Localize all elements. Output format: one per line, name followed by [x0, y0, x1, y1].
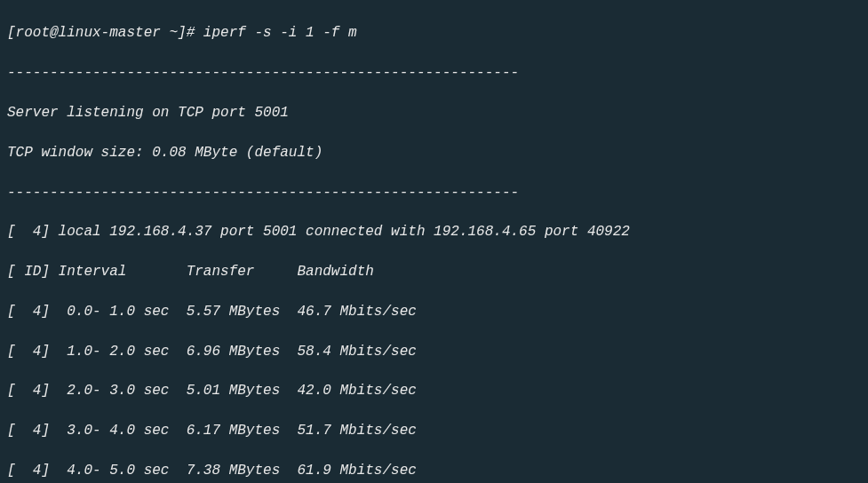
shell-prompt: [root@linux-master ~]#	[7, 25, 203, 41]
terminal-output[interactable]: [root@linux-master ~]# iperf -s -i 1 -f …	[0, 0, 868, 483]
data-row: [ 4] 2.0- 3.0 sec 5.01 MBytes 42.0 Mbits…	[7, 381, 861, 400]
data-row: [ 4] 0.0- 1.0 sec 5.57 MBytes 46.7 Mbits…	[7, 302, 861, 321]
data-row: [ 4] 1.0- 2.0 sec 6.96 MBytes 58.4 Mbits…	[7, 342, 861, 361]
separator-line: ----------------------------------------…	[7, 63, 861, 83]
command-text: iperf -s -i 1 -f m	[203, 25, 357, 41]
data-row: [ 4] 4.0- 5.0 sec 7.38 MBytes 61.9 Mbits…	[7, 461, 861, 480]
table-header-line: [ ID] Interval Transfer Bandwidth	[7, 262, 861, 281]
data-row: [ 4] 3.0- 4.0 sec 6.17 MBytes 51.7 Mbits…	[7, 421, 861, 440]
server-listening-line: Server listening on TCP port 5001	[7, 103, 861, 123]
prompt-line: [root@linux-master ~]# iperf -s -i 1 -f …	[7, 23, 861, 43]
separator-line: ----------------------------------------…	[7, 183, 861, 202]
connection-line: [ 4] local 192.168.4.37 port 5001 connec…	[7, 222, 861, 242]
window-size-line: TCP window size: 0.08 MByte (default)	[7, 143, 861, 162]
